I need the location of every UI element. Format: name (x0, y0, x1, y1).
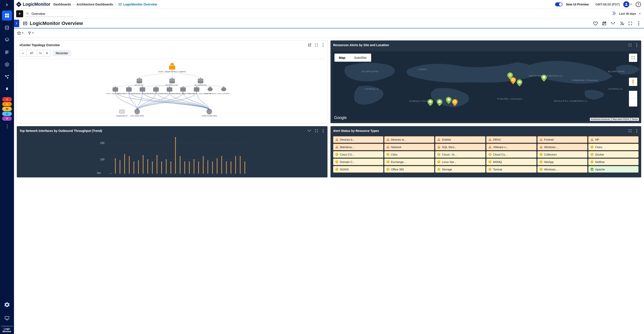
alert-cell[interactable]: NetApp (538, 158, 588, 165)
zoom-plus-button[interactable]: + (44, 50, 50, 56)
nav-support[interactable] (2, 313, 12, 323)
svg-rect-202 (337, 153, 337, 155)
alert-cell[interactable]: Maintena... (333, 144, 384, 150)
pill-warning[interactable]: 40 (2, 107, 12, 111)
alert-cell[interactable]: Collectors (538, 151, 588, 158)
svg-rect-218 (592, 155, 592, 155)
alert-cell[interactable]: Netflow (588, 158, 638, 165)
breadcrumb-current[interactable]: LogicMonitor Overview (118, 3, 157, 6)
topology-diagram[interactable]: VCSA1 - VMware vCenter 6..7 appliance SE… (20, 61, 325, 118)
nav-more[interactable]: ⋮ (2, 123, 12, 129)
alert-cell[interactable]: MSMQ (486, 158, 536, 165)
search-input[interactable] (31, 12, 74, 16)
alert-cell[interactable]: Fortinet (538, 136, 588, 143)
nav-logs[interactable] (2, 47, 12, 57)
svg-rect-217 (592, 153, 592, 155)
alert-cell[interactable]: Network (384, 144, 434, 150)
alert-cell[interactable]: Cloud Co... (486, 151, 536, 158)
favorite-button[interactable] (593, 21, 598, 26)
widget-menu-icon[interactable]: ⋮ (635, 128, 638, 133)
nav-topology[interactable] (2, 72, 12, 82)
alert-cell[interactable]: Domain C... (333, 158, 384, 165)
alert-cell[interactable]: Cisco (588, 144, 638, 150)
alert-cell[interactable]: NGINX (333, 166, 384, 173)
trend-chart[interactable]: 150 100 bps (20, 135, 325, 175)
alert-cell[interactable]: Tomcat (486, 166, 536, 173)
map-zoom-in[interactable]: + (629, 91, 637, 99)
nav-resources[interactable] (2, 23, 12, 33)
widget-menu-icon[interactable]: ⋮ (635, 43, 638, 48)
alert-cell[interactable]: Linux Ser... (435, 158, 486, 165)
alert-cell[interactable]: Devices b... (333, 136, 384, 143)
widget-fullscreen-icon[interactable] (628, 43, 632, 47)
svg-rect-96 (633, 83, 634, 84)
time-range-picker[interactable]: Last 30 days ▼ (612, 11, 641, 17)
breadcrumb-root[interactable]: Dashboards (54, 3, 71, 6)
schedule-button[interactable] (602, 21, 607, 26)
brand-logo[interactable]: LogicMonitor (16, 2, 50, 7)
map-tab-satellite[interactable]: Satellite (350, 54, 371, 62)
time-range-label: Last 30 days (619, 12, 636, 15)
zoom-value[interactable]: 47 (26, 50, 37, 56)
map-terms[interactable]: Terms (630, 118, 639, 121)
svg-text:Juniper EX3300 switch: Juniper EX3300 switch (202, 115, 217, 117)
widget-menu-icon[interactable]: ⋮ (321, 43, 325, 48)
map-tab-map[interactable]: Map (334, 54, 350, 62)
nav-inventory[interactable] (2, 35, 12, 45)
alert-cell[interactable]: OKApache (588, 166, 638, 173)
nav-dashboards[interactable] (2, 11, 12, 21)
add-button[interactable]: + (16, 10, 23, 17)
svg-rect-203 (337, 155, 337, 155)
open-external-icon[interactable] (308, 43, 312, 47)
collapse-button[interactable] (14, 20, 19, 27)
widget-fullscreen-icon[interactable] (314, 43, 318, 47)
alert-cell[interactable]: Windows ... (538, 144, 588, 150)
ui-preview-toggle[interactable] (555, 3, 562, 6)
mini-menu-button[interactable] (610, 22, 616, 25)
breadcrumb-level1[interactable]: Architecture Dashboards (76, 3, 113, 6)
svg-point-4 (5, 26, 9, 27)
timezone-label[interactable]: GMT-08:00 (PST) (592, 3, 620, 6)
widget-fullscreen-icon[interactable] (314, 129, 318, 132)
alert-cell-label: Devices b... (340, 138, 355, 141)
recenter-button[interactable]: Recenter (53, 50, 71, 56)
widget-menu-icon[interactable]: ⋮ (321, 128, 325, 133)
map-shortcuts[interactable]: Keyboard shortcuts (590, 118, 611, 121)
zoom-minus-button[interactable]: − (20, 50, 26, 56)
alert-cell[interactable]: VMware v... (486, 144, 536, 150)
map-zoom-out[interactable]: − (629, 99, 637, 106)
pill-other[interactable]: 0 (2, 116, 12, 121)
map-canvas[interactable]: EUROPE ASIA NORTH AMERICA Atlantic Ocean… (332, 51, 640, 121)
play-add-button[interactable] (619, 21, 624, 26)
alert-cell[interactable]: Office 365 (384, 166, 434, 173)
streetview-pegman[interactable] (629, 78, 637, 86)
alert-cell[interactable]: Cisco CU... (333, 151, 384, 158)
nav-settings[interactable] (2, 300, 12, 310)
alert-cell[interactable]: Exchange... (384, 158, 434, 165)
alert-cell[interactable]: Cloud - Al... (435, 151, 486, 158)
alert-cell[interactable]: DRAC (486, 136, 536, 143)
pill-info[interactable]: 0 (2, 112, 12, 116)
mini-menu-icon[interactable] (307, 130, 312, 132)
alert-cell[interactable]: HP (588, 136, 638, 143)
fullscreen-button[interactable] (628, 21, 632, 26)
alert-cell[interactable]: Windows ... (538, 166, 588, 173)
user-menu[interactable]: ▼ (623, 1, 632, 8)
overflow-menu-button[interactable]: ⋮ (636, 21, 641, 26)
pill-critical[interactable]: 2 (2, 97, 12, 101)
alert-cell[interactable]: DotNet (435, 136, 486, 143)
alert-cell[interactable]: SQL Serv... (435, 144, 486, 150)
alert-cell[interactable]: Docker (588, 151, 638, 158)
alert-cell[interactable]: Storage (435, 166, 486, 173)
alert-cell[interactable]: Devices w... (384, 136, 434, 143)
nav-services[interactable] (2, 60, 12, 70)
map-fullscreen-button[interactable] (629, 54, 637, 62)
sidebar-expand-button[interactable] (2, 1, 11, 8)
pill-error[interactable]: 5 (2, 102, 12, 106)
help-button[interactable]: ? (636, 2, 641, 7)
star-filter[interactable]: ▼ (17, 31, 24, 35)
nav-alerts[interactable] (2, 84, 12, 94)
widget-fullscreen-icon[interactable] (628, 129, 632, 132)
filter-button[interactable]: ▼ (28, 31, 34, 35)
alert-cell[interactable]: Citrix (384, 151, 434, 158)
